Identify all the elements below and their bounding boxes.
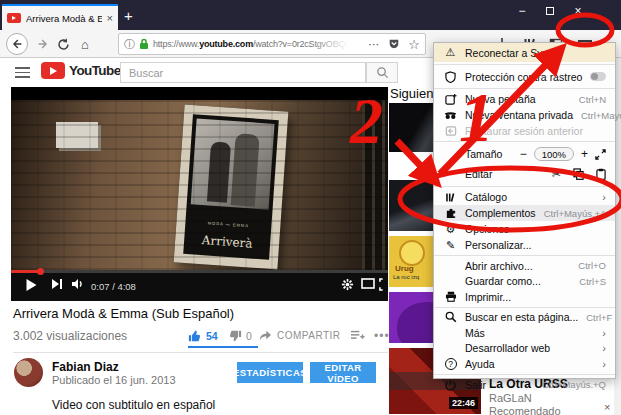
search-input[interactable] (120, 62, 366, 83)
like-count: 54 (206, 330, 218, 342)
url-bar[interactable]: ⓘ https://www.youtube.com/watch?v=0r2cSt… (118, 33, 426, 55)
forward-arrow-icon (36, 37, 50, 51)
pocket-icon[interactable] (388, 38, 400, 50)
browser-tab-active[interactable]: Arrivera Modà & Emma (Sub E × (2, 4, 118, 30)
more-actions-icon[interactable]: ••• (374, 329, 390, 343)
bookmark-star-icon[interactable]: ☆ (408, 37, 420, 52)
add-to-playlist-button[interactable] (350, 329, 365, 342)
progress-bar[interactable] (11, 270, 388, 273)
next-button[interactable] (51, 278, 63, 290)
page-actions-icon[interactable]: ⋯ (368, 38, 380, 51)
cut-icon[interactable]: ✂ (552, 168, 561, 181)
menu-item-more[interactable]: Más › (434, 325, 615, 341)
poster-figure (207, 142, 231, 203)
poster-title: Arriverà (184, 232, 271, 252)
fullscreen-button[interactable] (379, 278, 388, 291)
menu-item-options[interactable]: ⚙ Opciones (434, 221, 615, 237)
volume-button[interactable] (71, 278, 85, 290)
menu-item-web-developer[interactable]: Desarrollador web › (434, 341, 615, 357)
youtube-guide-menu-icon[interactable] (15, 67, 30, 78)
menu-item-shortcut: Ctrl+Mayús.+P (581, 110, 621, 121)
settings-button[interactable] (341, 278, 354, 291)
dismiss-icon[interactable]: × (604, 401, 610, 413)
progress-scrubber[interactable] (37, 268, 44, 275)
menu-item-label: Restaurar sesión anterior (465, 125, 583, 137)
miniplayer-icon (361, 278, 375, 289)
restore-session-icon (444, 125, 457, 138)
statistics-button[interactable]: ESTADÍSTICAS (237, 362, 303, 383)
menu-item-new-tab[interactable]: Nueva pestaña Ctrl+N (434, 91, 615, 107)
menu-item-quit[interactable]: Salir Ctrl+Mayús.+Q (434, 377, 615, 393)
miniplayer-button[interactable] (361, 278, 375, 289)
menu-item-label: Ayuda (465, 358, 495, 370)
youtube-logo-text: YouTube (69, 63, 121, 78)
zoom-out-button[interactable]: − (520, 147, 527, 161)
menu-item-print[interactable]: Imprimir... (434, 289, 615, 305)
poster-subtext: MODÀ — EMMA (185, 219, 271, 230)
menu-separator (434, 88, 615, 89)
share-arrow-icon (258, 329, 272, 341)
menu-item-save-as[interactable]: Guardar como... Ctrl+S (434, 274, 615, 290)
video-poster-frame: MODÀ — EMMA Arriverà (174, 105, 289, 270)
channel-avatar[interactable] (14, 358, 43, 387)
search-button[interactable] (366, 62, 398, 83)
menu-item-new-private-window[interactable]: Nueva ventana privada Ctrl+Mayús.+P (434, 107, 615, 123)
play-button[interactable] (25, 278, 38, 292)
menu-item-tracking-protection[interactable]: Protección contra rastreo (434, 67, 615, 86)
page-info-icon[interactable]: ⓘ (124, 37, 135, 52)
https-lock-icon[interactable] (139, 38, 149, 50)
copy-icon[interactable] (573, 168, 584, 180)
reload-button[interactable] (52, 33, 74, 55)
channel-name[interactable]: Fabian Diaz (52, 360, 119, 374)
submenu-chevron-icon: › (602, 342, 606, 354)
play-icon (25, 278, 38, 292)
dislike-button[interactable]: 0 (228, 329, 252, 343)
menu-item-label: Imprimir... (465, 291, 511, 303)
fullscreen-icon (379, 278, 388, 291)
view-count: 3.002 visualizaciones (13, 329, 127, 343)
share-button[interactable]: COMPARTIR (258, 329, 341, 341)
tab-close-icon[interactable]: × (107, 12, 113, 24)
video-image: MODÀ — EMMA Arriverà (11, 100, 388, 270)
fullscreen-toggle-icon[interactable] (595, 149, 606, 160)
window-minimize-button[interactable]: − (510, 0, 534, 22)
new-tab-button[interactable]: + (124, 8, 133, 23)
menu-item-customize[interactable]: ✎ Personalizar... (434, 237, 615, 253)
tracking-toggle-off[interactable] (590, 72, 606, 81)
youtube-logo-icon (41, 62, 65, 79)
window-restore-button[interactable] (538, 0, 562, 22)
publish-date: Publicado el 16 jun. 2013 (52, 374, 176, 386)
menu-item-library[interactable]: Catálogo › (434, 189, 615, 205)
help-icon: ? (444, 357, 457, 370)
menu-item-shortcut: Ctrl+Mayús.+A (544, 208, 607, 219)
video-player[interactable]: MODÀ — EMMA Arriverà 0:07 / 4:08 (11, 87, 388, 301)
thumb3-text: La roc izq (393, 274, 419, 280)
menu-separator (434, 255, 615, 256)
zoom-level[interactable]: 100% (534, 147, 574, 161)
menu-item-open-file[interactable]: Abrir archivo... Ctrl+O (434, 258, 615, 274)
screenshot-root: Arrivera Modà & Emma (Sub E × + − × ⌂ ⓘ … (0, 0, 621, 415)
menu-item-find-in-page[interactable]: Buscar en esta página... Ctrl+F (434, 310, 615, 326)
submenu-chevron-icon: › (602, 327, 606, 339)
like-button[interactable]: 54 (188, 329, 218, 343)
menu-item-label: Protección contra rastreo (465, 71, 582, 83)
youtube-logo[interactable]: YouTube (41, 62, 121, 79)
menu-item-shortcut: Ctrl+F (586, 312, 612, 323)
menu-item-reconnect-sync[interactable]: ⚠ Reconectar a Sync (434, 43, 615, 62)
progress-played (11, 270, 40, 273)
menu-item-label: Guardar como... (465, 275, 541, 287)
sidebar-item-reason: Recomendado (489, 406, 599, 415)
menu-item-edit: Editar ✂ (434, 164, 615, 184)
zoom-in-button[interactable]: + (581, 147, 588, 161)
url-fade (311, 39, 349, 49)
paste-icon[interactable] (596, 168, 606, 180)
thumbs-down-icon (228, 329, 242, 343)
menu-item-help[interactable]: ? Ayuda › (434, 356, 615, 372)
back-button[interactable] (6, 33, 28, 55)
edit-video-button[interactable]: EDITAR VÍDEO (310, 362, 376, 383)
menu-item-addons[interactable]: Complementos Ctrl+Mayús.+A (434, 205, 615, 221)
home-button[interactable]: ⌂ (74, 33, 96, 55)
forward-button[interactable] (32, 33, 54, 55)
url-prefix: https://www. (153, 39, 199, 49)
window-close-button[interactable]: × (566, 0, 590, 22)
